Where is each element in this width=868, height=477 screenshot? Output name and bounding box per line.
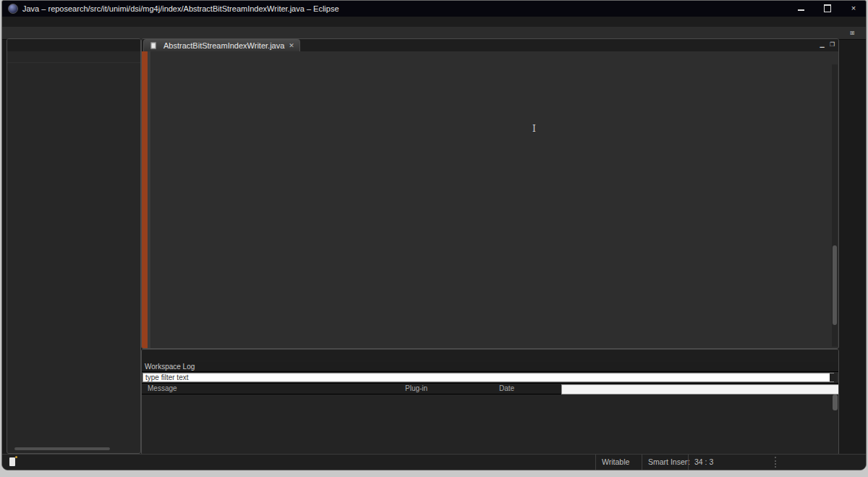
filter-row — [142, 372, 838, 384]
minimize-window-icon[interactable] — [796, 4, 807, 12]
close-tab-icon[interactable]: ✕ — [289, 42, 294, 49]
writable-status: Writable — [595, 455, 647, 470]
column-plugin[interactable]: Plug-in — [405, 384, 427, 392]
title-bar: Java – reposearch/src/it/unimi/dsi/mg4j/… — [2, 1, 866, 17]
filter-input[interactable] — [142, 373, 834, 382]
menu-bar — [2, 17, 866, 28]
maximize-editor-icon[interactable]: ❐ — [829, 41, 835, 48]
package-explorer-panel — [7, 38, 141, 454]
annotation-ruler[interactable] — [142, 51, 148, 348]
eclipse-window: Java – reposearch/src/it/unimi/dsi/mg4j/… — [1, 0, 867, 470]
bottom-tab-bar — [142, 350, 838, 362]
cursor-position-status: 34 : 3 — [688, 455, 736, 470]
status-trim-icon[interactable] — [9, 457, 15, 466]
java-file-icon — [150, 43, 158, 49]
open-perspective-icon[interactable]: ⊞ — [848, 30, 856, 37]
log-table-header: Message Plug-in Date — [142, 384, 838, 394]
close-window-icon[interactable]: × — [848, 4, 859, 12]
explorer-tab-bar — [7, 39, 140, 51]
window-title: Java – reposearch/src/it/unimi/dsi/mg4j/… — [22, 4, 339, 13]
editor-vertical-scrollbar[interactable] — [832, 64, 838, 347]
minimize-editor-icon[interactable]: ▁ — [819, 41, 825, 48]
code-editor[interactable] — [150, 54, 830, 348]
editor-tab-bar: AbstractBitStreamIndexWriter.java ✕ ▁ ❐ — [142, 39, 838, 51]
log-vertical-scrollbar[interactable] — [833, 394, 838, 410]
status-drag-handle[interactable] — [775, 457, 776, 468]
editor-area: AbstractBitStreamIndexWriter.java ✕ ▁ ❐ … — [141, 38, 839, 349]
column-message[interactable]: Message — [148, 384, 177, 392]
scrollbar-thumb[interactable] — [833, 245, 837, 325]
eclipse-logo-icon — [8, 4, 18, 14]
editor-tab-label: AbstractBitStreamIndexWriter.java — [163, 41, 284, 50]
restore-window-icon[interactable] — [822, 4, 833, 12]
fast-view-trim — [840, 38, 866, 454]
status-bar: Writable Smart Insert 34 : 3 — [2, 454, 866, 470]
filter-clear-icon[interactable] — [830, 373, 837, 381]
insert-mode-status: Smart Insert — [642, 455, 693, 470]
mouse-text-cursor: I — [532, 124, 536, 134]
editor-tab[interactable]: AbstractBitStreamIndexWriter.java ✕ — [143, 39, 300, 51]
explorer-horizontal-scrollbar[interactable] — [14, 447, 110, 450]
bottom-panel: Workspace Log Message Plug-in Date — [141, 349, 839, 455]
view-label: Workspace Log — [142, 362, 838, 372]
explorer-toolbar — [7, 51, 140, 63]
project-tree — [7, 63, 140, 65]
column-date[interactable]: Date — [499, 384, 514, 392]
perspective-bar: ⊞ — [848, 28, 860, 39]
log-rows — [142, 394, 831, 453]
header-overlay-box — [561, 384, 839, 394]
